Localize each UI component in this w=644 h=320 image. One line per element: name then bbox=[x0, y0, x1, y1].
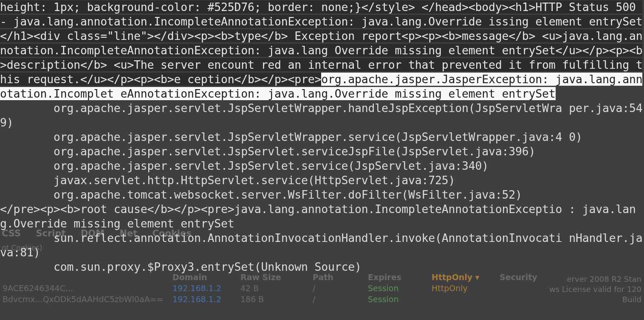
table-row[interactable]: Bdvcmx...QxODk5dAAHdC5zbWl0aA== 192.168.… bbox=[0, 294, 644, 305]
cell-size: 186 B bbox=[240, 295, 313, 304]
cell-httponly bbox=[432, 295, 500, 304]
windows-activation-watermark: erver 2008 R2 Stan ws License valid for … bbox=[549, 274, 641, 305]
cell-domain: 192.168.1.2 bbox=[172, 284, 240, 293]
cell-path: / bbox=[313, 284, 368, 293]
source-segment-after-selection[interactable]: org.apache.jasper.servlet.JspServletWrap… bbox=[0, 101, 642, 273]
cell-name: 9ACE6246344C... bbox=[0, 284, 172, 293]
watermark-line: erver 2008 R2 Stan bbox=[549, 274, 641, 284]
cell-size: 42 B bbox=[240, 284, 313, 293]
cell-name: Bdvcmx...QxODk5dAAHdC5zbWl0aA== bbox=[0, 295, 172, 304]
watermark-line: ws License valid for 120 bbox=[549, 284, 641, 295]
cell-path: / bbox=[313, 295, 368, 304]
cell-expires: Session bbox=[368, 295, 432, 304]
table-row[interactable]: 9ACE6246344C... 192.168.1.2 42 B / Sessi… bbox=[0, 283, 644, 294]
watermark-line: Build bbox=[549, 295, 641, 305]
cell-expires: Session bbox=[368, 284, 432, 293]
cookies-table: Domain Raw Size Path Expires HttpOnly ▾ … bbox=[0, 272, 644, 305]
cell-domain: 192.168.1.2 bbox=[172, 295, 240, 304]
cell-httponly: HttpOnly bbox=[432, 284, 500, 293]
source-view-overlay[interactable]: height: 1px; background-color: #525D76; … bbox=[0, 0, 644, 274]
